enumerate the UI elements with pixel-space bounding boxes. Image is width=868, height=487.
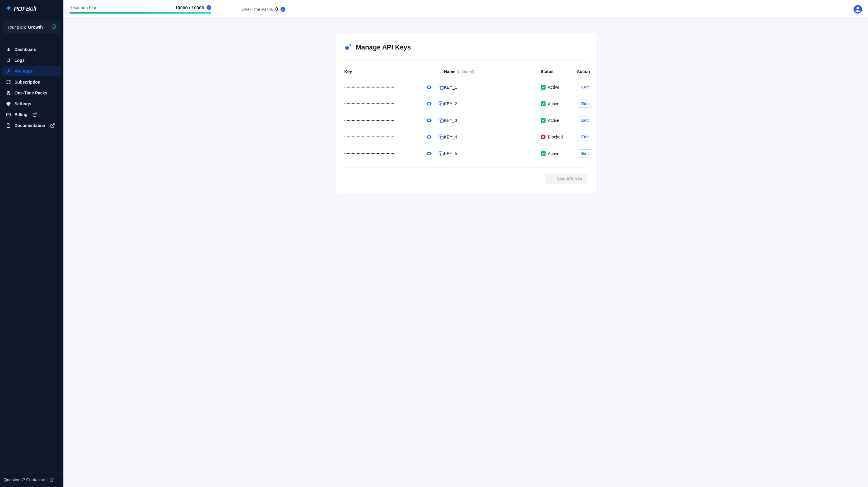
check-icon [541,101,546,106]
svg-rect-8 [440,86,443,89]
edit-button[interactable]: Edit [577,100,594,108]
reveal-key-button[interactable] [426,134,432,140]
contact-link[interactable]: Questions? Contact us! [0,472,63,487]
sidebar-item-billing[interactable]: Billing [2,109,61,120]
table-head: Key Name (optional) Status Action [344,67,587,79]
card-icon [6,112,11,117]
recurring-label: Recurring Plan [69,5,97,10]
check-circle-icon [51,24,56,30]
recurring-usage: Recurring Plan 10000 / 10000 i [69,5,211,13]
svg-point-7 [345,46,349,50]
plan-name: Growth [28,25,43,30]
copy-key-button[interactable] [438,84,444,90]
table-row: ••••••••••••••••••••••••••••••••••••••••… [344,145,587,162]
api-keys-card: Manage API Keys Key Name (optional) Stat… [336,33,596,193]
x-icon [541,135,546,139]
wrench-icon [6,69,11,74]
svg-rect-12 [440,153,443,156]
contact-label: Questions? Contact us! [4,477,48,482]
card-footer: New API Key [344,167,587,184]
edit-button[interactable]: Edit [577,149,594,158]
sidebar-nav: Dashboard Logs API Keys Subscription One… [0,44,63,472]
copy-key-button[interactable] [438,118,444,123]
edit-button[interactable]: Edit [577,83,594,91]
sidebar-item-logs[interactable]: Logs [2,55,61,65]
search-icon [6,58,11,63]
main: Recurring Plan 10000 / 10000 i One-Time … [63,0,868,487]
sidebar-item-label: Billing [14,112,28,117]
svg-rect-11 [440,136,443,139]
sidebar-item-subscription[interactable]: Subscription [2,77,61,87]
svg-point-4 [7,59,10,62]
check-icon [541,151,546,156]
usage-progress [69,12,211,13]
sidebar: PDFBolt Your plan: Growth Dashboard Logs… [0,0,63,487]
info-icon[interactable]: i [280,7,285,12]
sidebar-item-label: API Keys [14,69,33,74]
copy-key-button[interactable] [438,151,444,157]
sidebar-item-docs[interactable]: Documentation [2,120,61,131]
bolt-icon [5,5,12,13]
reveal-key-button[interactable] [426,101,432,107]
copy-key-button[interactable] [438,134,444,140]
new-api-key-button[interactable]: New API Key [545,173,587,184]
key-name: KEY_3 [444,118,541,123]
key-icon [344,43,352,52]
table-row: ••••••••••••••••••••••••••••••••••••••••… [344,112,587,129]
topbar: Recurring Plan 10000 / 10000 i One-Time … [63,0,868,19]
edit-button[interactable]: Edit [577,116,594,124]
col-key: Key [344,69,444,74]
svg-rect-2 [8,48,9,51]
logo-text: PDFBolt [14,5,36,12]
external-link-icon [50,123,55,128]
key-name: KEY_2 [444,101,541,106]
col-action: Action [577,69,595,74]
file-icon [6,123,11,128]
sidebar-item-label: Dashboard [14,47,36,52]
key-mask: •••••••••••••••••••••••••••••••••••••••• [344,119,420,122]
key-name: KEY_1 [444,85,541,90]
table-row: ••••••••••••••••••••••••••••••••••••••••… [344,129,587,145]
onetime-count: 0 [275,7,278,12]
api-keys-table: Key Name (optional) Status Action ••••••… [344,67,587,162]
key-status: Blocked [541,135,577,139]
copy-key-button[interactable] [438,101,444,107]
key-mask: •••••••••••••••••••••••••••••••••••••••• [344,102,420,105]
refresh-icon [6,80,11,85]
key-mask: •••••••••••••••••••••••••••••••••••••••• [344,86,420,89]
reveal-key-button[interactable] [426,151,432,157]
svg-rect-9 [440,103,443,106]
key-status: Active [541,85,577,90]
page-title: Manage API Keys [356,43,411,51]
gear-icon [6,101,11,106]
info-icon[interactable]: i [207,5,211,10]
svg-rect-5 [6,113,10,116]
reveal-key-button[interactable] [426,84,432,90]
sidebar-item-label: Subscription [14,80,40,85]
external-link-icon [32,112,37,117]
reveal-key-button[interactable] [426,118,432,123]
sidebar-item-dashboard[interactable]: Dashboard [2,44,61,55]
edit-button[interactable]: Edit [577,133,594,141]
col-name: Name (optional) [444,69,541,74]
table-row: ••••••••••••••••••••••••••••••••••••••••… [344,95,587,112]
sidebar-item-packs[interactable]: One-Time Packs [2,88,61,98]
sidebar-item-label: Logs [14,58,25,63]
sidebar-item-settings[interactable]: Settings [2,99,61,109]
card-header: Manage API Keys [344,43,587,59]
recurring-value: 10000 / 10000 [175,5,204,10]
user-icon [854,6,861,13]
plan-badge: Your plan: Growth [3,21,60,33]
sidebar-item-apikeys[interactable]: API Keys [2,66,61,76]
svg-rect-1 [7,50,7,51]
key-mask: •••••••••••••••••••••••••••••••••••••••• [344,135,420,138]
user-avatar[interactable] [854,5,862,13]
new-key-label: New API Key [556,176,582,181]
logo[interactable]: PDFBolt [0,0,63,18]
check-icon [541,85,546,90]
key-status: Active [541,151,577,156]
svg-rect-3 [9,48,10,51]
onetime-label: One-Time Packs [242,7,273,12]
check-icon [541,118,546,123]
external-link-icon [50,478,54,482]
